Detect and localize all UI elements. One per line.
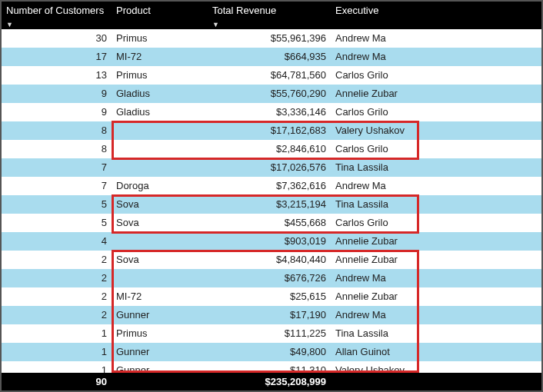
table-row[interactable]: 1Primus$111,225Tina Lassila [2, 324, 541, 343]
cell-product [112, 232, 208, 251]
cell-number-of-customers: 9 [2, 103, 112, 121]
column-label: Number of Customers [6, 5, 104, 16]
column-header-total-revenue[interactable]: Total Revenue ▼ [208, 2, 331, 29]
cell-product: Gunner [112, 361, 208, 373]
table-row[interactable]: 9Gladius$3,336,146Carlos Grilo [2, 103, 541, 121]
cell-executive: Annelie Zubar [331, 287, 541, 306]
cell-number-of-customers: 8 [2, 121, 112, 140]
cell-executive: Carlos Grilo [331, 103, 541, 121]
column-label: Product [116, 5, 151, 16]
cell-number-of-customers: 7 [2, 177, 112, 195]
cell-executive: Carlos Grilo [331, 140, 541, 158]
table-row[interactable]: 1Gunner$11,310Valery Ushakov [2, 361, 541, 373]
cell-number-of-customers: 2 [2, 306, 112, 324]
cell-executive: Andrew Ma [331, 306, 541, 324]
cell-product: Primus [112, 66, 208, 85]
cell-total-revenue: $64,781,560 [208, 66, 331, 85]
cell-product [112, 140, 208, 158]
table-row[interactable]: 8$17,162,683Valery Ushakov [2, 121, 541, 140]
cell-number-of-customers: 13 [2, 66, 112, 85]
table-totals-row: 90 $235,208,999 [2, 373, 541, 390]
cell-total-revenue: $17,190 [208, 306, 331, 324]
cell-product [112, 121, 208, 140]
cell-number-of-customers: 1 [2, 361, 112, 373]
table-row[interactable]: 8$2,846,610Carlos Grilo [2, 140, 541, 158]
cell-total-revenue: $11,310 [208, 361, 331, 373]
cell-product: MI-72 [112, 48, 208, 66]
table-row[interactable]: 2Sova$4,840,440Annelie Zubar [2, 251, 541, 269]
cell-total-revenue: $3,215,194 [208, 195, 331, 214]
sort-desc-icon: ▼ [212, 21, 219, 29]
cell-number-of-customers: 5 [2, 214, 112, 232]
cell-product: Primus [112, 324, 208, 343]
cell-executive: Annelie Zubar [331, 251, 541, 269]
table-row[interactable]: 5Sova$3,215,194Tina Lassila [2, 195, 541, 214]
cell-executive: Andrew Ma [331, 48, 541, 66]
cell-total-revenue: $3,336,146 [208, 103, 331, 121]
column-header-executive[interactable]: Executive [331, 2, 541, 29]
column-label: Total Revenue [212, 5, 276, 16]
sort-desc-icon: ▼ [6, 21, 13, 29]
cell-total-revenue: $55,961,396 [208, 29, 331, 48]
cell-executive: Tina Lassila [331, 324, 541, 343]
cell-product: Gunner [112, 343, 208, 361]
table-row[interactable]: 7$17,026,576Tina Lassila [2, 158, 541, 177]
cell-product [112, 269, 208, 287]
total-exec-blank [331, 373, 541, 390]
cell-product: MI-72 [112, 287, 208, 306]
cell-executive: Tina Lassila [331, 195, 541, 214]
cell-total-revenue: $17,162,683 [208, 121, 331, 140]
cell-product: Gladius [112, 85, 208, 103]
cell-executive: Andrew Ma [331, 29, 541, 48]
cell-number-of-customers: 2 [2, 251, 112, 269]
total-revenue: $235,208,999 [208, 373, 331, 390]
cell-number-of-customers: 8 [2, 140, 112, 158]
column-header-product[interactable]: Product [112, 2, 208, 29]
table-visual: Number of Customers ▼ Product Total Reve… [0, 0, 543, 392]
table-row[interactable]: 2Gunner$17,190Andrew Ma [2, 306, 541, 324]
table-header-row: Number of Customers ▼ Product Total Reve… [2, 2, 541, 29]
table-row[interactable]: 2$676,726Andrew Ma [2, 269, 541, 287]
cell-executive: Andrew Ma [331, 269, 541, 287]
table-row[interactable]: 30Primus$55,961,396Andrew Ma [2, 29, 541, 48]
cell-product: Sova [112, 251, 208, 269]
column-header-number-of-customers[interactable]: Number of Customers ▼ [2, 2, 112, 29]
cell-executive: Valery Ushakov [331, 361, 541, 373]
cell-executive: Tina Lassila [331, 158, 541, 177]
cell-product: Sova [112, 195, 208, 214]
table-row[interactable]: 2MI-72$25,615Annelie Zubar [2, 287, 541, 306]
cell-total-revenue: $676,726 [208, 269, 331, 287]
cell-total-revenue: $2,846,610 [208, 140, 331, 158]
table-body: 30Primus$55,961,396Andrew Ma17MI-72$664,… [2, 29, 541, 373]
cell-executive: Carlos Grilo [331, 214, 541, 232]
cell-total-revenue: $25,615 [208, 287, 331, 306]
cell-number-of-customers: 4 [2, 232, 112, 251]
table-row[interactable]: 17MI-72$664,935Andrew Ma [2, 48, 541, 66]
cell-number-of-customers: 2 [2, 269, 112, 287]
cell-product: Gladius [112, 103, 208, 121]
cell-executive: Annelie Zubar [331, 232, 541, 251]
table-row[interactable]: 5Sova$455,668Carlos Grilo [2, 214, 541, 232]
table-row[interactable]: 7Doroga$7,362,616Andrew Ma [2, 177, 541, 195]
cell-number-of-customers: 17 [2, 48, 112, 66]
cell-total-revenue: $49,800 [208, 343, 331, 361]
table-row[interactable]: 4$903,019Annelie Zubar [2, 232, 541, 251]
table-row[interactable]: 9Gladius$55,760,290Annelie Zubar [2, 85, 541, 103]
cell-executive: Andrew Ma [331, 177, 541, 195]
cell-number-of-customers: 1 [2, 343, 112, 361]
cell-executive: Annelie Zubar [331, 85, 541, 103]
cell-product [112, 158, 208, 177]
column-label: Executive [335, 5, 378, 16]
cell-product: Primus [112, 29, 208, 48]
cell-product: Doroga [112, 177, 208, 195]
cell-number-of-customers: 2 [2, 287, 112, 306]
cell-number-of-customers: 5 [2, 195, 112, 214]
cell-total-revenue: $4,840,440 [208, 251, 331, 269]
cell-total-revenue: $903,019 [208, 232, 331, 251]
cell-total-revenue: $55,760,290 [208, 85, 331, 103]
cell-total-revenue: $664,935 [208, 48, 331, 66]
cell-number-of-customers: 30 [2, 29, 112, 48]
table-row[interactable]: 1Gunner$49,800Allan Guinot [2, 343, 541, 361]
total-customers: 90 [2, 373, 112, 390]
table-row[interactable]: 13Primus$64,781,560Carlos Grilo [2, 66, 541, 85]
